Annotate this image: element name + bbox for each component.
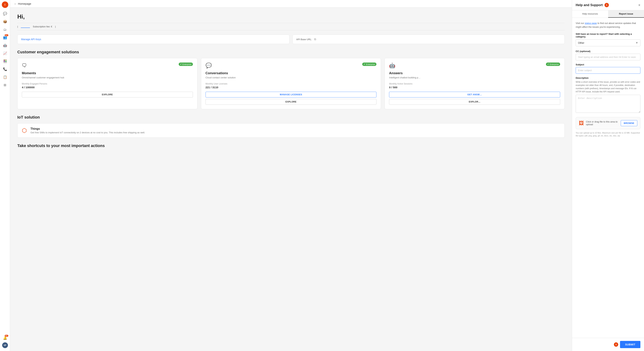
sidebar-bottom: 🔔 99+ VP bbox=[2, 335, 9, 350]
sidebar-item-people[interactable]: 👥 99+ bbox=[2, 34, 9, 41]
check-icon: ✔ bbox=[180, 63, 182, 65]
status-link[interactable]: status page bbox=[585, 22, 597, 24]
shortcuts-title: Take shortcuts to your most important ac… bbox=[17, 143, 565, 148]
upload-hint: You can upload up to 10 files. Maximum s… bbox=[576, 131, 640, 137]
help-panel: Help and Support 1 × Help resources Repo… bbox=[572, 0, 644, 351]
help-title-area: Help and Support 1 bbox=[576, 3, 609, 7]
close-button[interactable]: × bbox=[638, 3, 640, 7]
badge-people: 99+ bbox=[5, 34, 8, 36]
moments-card-header: 🗨 ✔ Enterprise bbox=[22, 62, 193, 68]
subject-input[interactable] bbox=[576, 67, 640, 74]
moments-badge: ✔ Enterprise bbox=[179, 62, 193, 66]
category-select-wrapper: Other Billing Technical Account ▼ bbox=[576, 39, 640, 46]
api-section: Manage API Keys API Base URL: ⧉ bbox=[17, 34, 565, 44]
logo[interactable]: I bbox=[2, 1, 8, 8]
api-base-card: API Base URL: ⧉ bbox=[292, 34, 565, 44]
sidebar-item-group[interactable]: 👫 bbox=[2, 58, 9, 65]
moments-stat-label: Monthly Engaged Persons bbox=[22, 82, 193, 85]
tab-help-resources[interactable]: Help resources bbox=[572, 10, 608, 18]
sidebar-item-phone[interactable]: 📞 bbox=[2, 66, 9, 73]
subscription-fee: Subscription fee: € bbox=[33, 25, 52, 28]
moments-icon: 🗨 bbox=[22, 62, 27, 68]
get-answers-button[interactable]: GET ANSW… bbox=[389, 92, 560, 97]
things-desc: Get free SIMs to implement IoT connectiv… bbox=[30, 131, 145, 134]
browse-button[interactable]: BROWSE bbox=[621, 120, 638, 126]
iot-info: Things Get free SIMs to implement IoT co… bbox=[30, 127, 145, 134]
sidebar-item-clipboard[interactable]: 📋 bbox=[2, 73, 9, 81]
subscription-divider: | bbox=[17, 25, 18, 28]
products-grid: 🗨 ✔ Enterprise Moments Omnichannel custo… bbox=[17, 58, 565, 109]
check-icon: ✔ bbox=[547, 63, 549, 65]
conversations-stat-value: 221 / 3110 bbox=[206, 86, 377, 89]
expand-icon[interactable]: » bbox=[14, 2, 16, 5]
subscription-divider2: | bbox=[55, 25, 56, 28]
manage-licenses-button[interactable]: MANAGE LICENSES bbox=[206, 92, 377, 97]
iot-card: ⬡ Things Get free SIMs to implement IoT … bbox=[17, 123, 565, 138]
conversations-desc: Cloud contact center solution bbox=[206, 76, 377, 79]
cc-label: CC (optional) bbox=[576, 50, 640, 53]
page-content: Hi, | _______ Subscription fee: € | Mana… bbox=[10, 7, 572, 154]
conversations-name: Conversations bbox=[206, 71, 377, 75]
help-body: Visit our status page to find out about … bbox=[572, 18, 644, 338]
answers-icon: 🤖 bbox=[389, 62, 396, 68]
badge-bell: 99+ bbox=[5, 335, 8, 337]
description-hint: Write a short overview of the issue, pro… bbox=[576, 80, 640, 93]
answers-explore-button[interactable]: EXPLOR… bbox=[389, 99, 560, 105]
submit-step-badge: 5 bbox=[614, 342, 618, 347]
api-base-label: API Base URL: bbox=[296, 38, 312, 41]
answers-stat-label: Monthly Active Sessions bbox=[389, 82, 560, 85]
moments-desc: Omnichannel customer engagement hub bbox=[22, 76, 193, 79]
moments-card: 🗨 ✔ Enterprise Moments Omnichannel custo… bbox=[17, 58, 198, 109]
avatar[interactable]: VP bbox=[2, 342, 8, 348]
greeting: Hi, bbox=[17, 13, 565, 20]
subscription-bar: | _______ Subscription fee: € | bbox=[17, 23, 565, 30]
status-text: Visit our status page to find out about … bbox=[576, 21, 640, 29]
upload-icon: 🖼 bbox=[579, 120, 584, 126]
submit-btn-area: 5 SUBMIT bbox=[614, 341, 640, 348]
conversations-explore-button[interactable]: EXPLORE bbox=[206, 99, 377, 105]
conversations-icon: 💬 bbox=[206, 62, 212, 68]
sidebar: I 💬 📦 🗂 👥 99+ 🤖 📈 👫 📞 📋 ⊞ 🔔 99+ VP bbox=[0, 0, 10, 351]
topbar: » Homepage bbox=[10, 0, 572, 7]
tab-bar: Help resources Report issue bbox=[572, 10, 644, 18]
category-select[interactable]: Other Billing Technical Account bbox=[576, 39, 640, 46]
iot-section-title: IoT solution bbox=[17, 115, 565, 120]
manage-api-link[interactable]: Manage API Keys bbox=[21, 38, 41, 41]
moments-name: Moments bbox=[22, 71, 193, 75]
conversations-stat-label: Monthly User Licenses bbox=[206, 82, 377, 85]
conversations-card: 💬 ✔ Enterprise Conversations Cloud conta… bbox=[201, 58, 381, 109]
things-icon: ⬡ bbox=[22, 127, 27, 134]
help-step-badge: 1 bbox=[604, 3, 609, 7]
sidebar-item-robot[interactable]: 🤖 bbox=[2, 42, 9, 49]
answers-name: Answers bbox=[389, 71, 560, 75]
description-textarea[interactable] bbox=[576, 95, 640, 113]
help-panel-header: Help and Support 1 × bbox=[572, 0, 644, 10]
sidebar-item-grid[interactable]: ⊞ bbox=[2, 81, 9, 89]
answers-card: 🤖 ✔ Enterprise Answers Intelligent chatb… bbox=[384, 58, 565, 109]
submit-button[interactable]: SUBMIT bbox=[620, 341, 640, 348]
description-label: Description bbox=[576, 77, 640, 79]
main-area: » Homepage Hi, | _______ Subscription fe… bbox=[10, 0, 572, 351]
page-title: Homepage bbox=[18, 2, 31, 5]
category-label: Still have an issue to report? Start wit… bbox=[576, 33, 640, 38]
sidebar-item-layers[interactable]: 🗂 bbox=[2, 26, 9, 33]
cc-input[interactable] bbox=[576, 54, 640, 60]
tab-report-issue[interactable]: Report issue bbox=[608, 10, 644, 18]
copy-icon[interactable]: ⧉ bbox=[314, 38, 316, 41]
sidebar-item-bell[interactable]: 🔔 99+ bbox=[2, 335, 9, 342]
sidebar-item-chart[interactable]: 📈 bbox=[2, 50, 9, 57]
things-name: Things bbox=[30, 127, 145, 130]
answers-card-header: 🤖 ✔ Enterprise bbox=[389, 62, 560, 68]
sidebar-item-box[interactable]: 📦 bbox=[2, 18, 9, 25]
help-panel-title: Help and Support bbox=[576, 3, 603, 7]
conversations-card-header: 💬 ✔ Enterprise bbox=[206, 62, 377, 68]
subscription-link[interactable]: _______ bbox=[21, 25, 30, 28]
conversations-badge: ✔ Enterprise bbox=[362, 62, 376, 66]
moments-explore-button[interactable]: EXPLORE bbox=[22, 92, 193, 97]
check-icon: ✔ bbox=[364, 63, 365, 65]
answers-badge: ✔ Enterprise bbox=[546, 62, 560, 66]
upload-area: 🖼 Click or drag file to this area to upl… bbox=[576, 117, 640, 129]
upload-text: Click or drag file to this area to uploa… bbox=[586, 120, 618, 126]
sidebar-item-chat[interactable]: 💬 bbox=[2, 10, 9, 17]
status-before: Visit our bbox=[576, 22, 585, 24]
